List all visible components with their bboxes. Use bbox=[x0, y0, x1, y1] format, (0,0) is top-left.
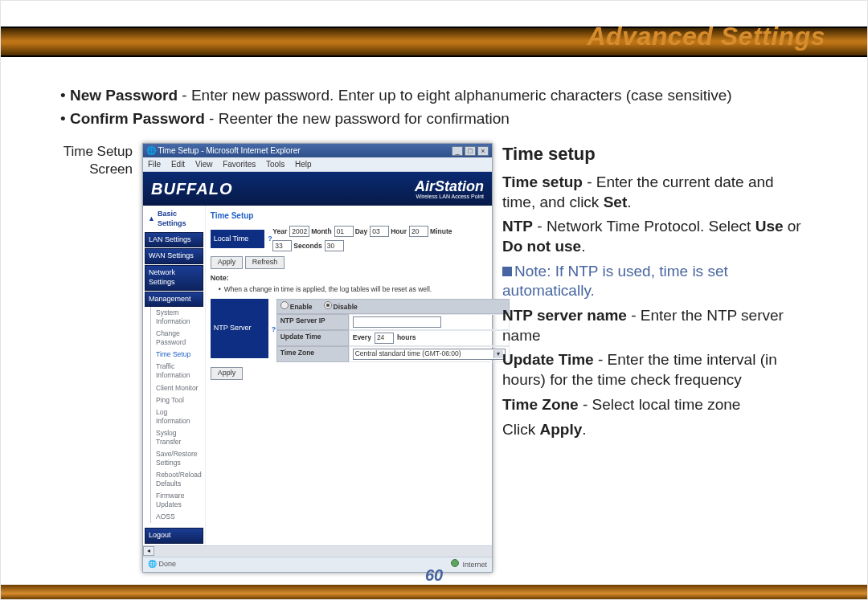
page-title: Advanced Settings bbox=[587, 22, 825, 51]
hour-input[interactable]: 20 bbox=[409, 226, 428, 237]
ntp-server-label: NTP Server bbox=[211, 299, 268, 358]
sidebar-sub-client-monitor[interactable]: Client Monitor bbox=[145, 382, 203, 394]
menu-help[interactable]: Help bbox=[295, 160, 312, 169]
note-text: When a change in time is applied, the lo… bbox=[219, 285, 510, 294]
day-input[interactable]: 03 bbox=[370, 226, 389, 237]
router-banner: BUFFALO AirStation Wireless LAN Access P… bbox=[143, 172, 492, 206]
menu-tools[interactable]: Tools bbox=[266, 160, 285, 169]
screenshot-ie-window: 🌐 Time Setup - Microsoft Internet Explor… bbox=[142, 143, 493, 572]
local-time-label: Local Time bbox=[211, 230, 265, 249]
manual-page: Advanced Settings New Password - Enter n… bbox=[0, 0, 868, 600]
every-label: Every bbox=[353, 333, 371, 342]
minute-input[interactable]: 33 bbox=[272, 240, 292, 251]
section-heading: Time Setup bbox=[211, 210, 510, 221]
seconds-input[interactable]: 30 bbox=[325, 240, 344, 251]
sidebar-sub-log[interactable]: Log Information bbox=[145, 406, 203, 427]
bullet-new-password: New Password - Enter new password. Enter… bbox=[60, 86, 808, 106]
menu-edit[interactable]: Edit bbox=[171, 160, 185, 169]
minimize-button[interactable]: _ bbox=[452, 146, 463, 156]
desc-ntp-server-name: NTP server name - Enter the NTP server n… bbox=[502, 306, 808, 345]
close-button[interactable]: × bbox=[477, 146, 489, 156]
label-confirm-password: Confirm Password bbox=[70, 110, 205, 127]
help-icon[interactable]: ? bbox=[264, 235, 272, 244]
ntp-ip-input[interactable] bbox=[353, 316, 441, 328]
menu-favorites[interactable]: Favorites bbox=[223, 160, 256, 169]
disable-radio[interactable] bbox=[324, 301, 332, 309]
desc-note: Note: If NTP is used, time is set automa… bbox=[502, 262, 808, 301]
desc-time-zone: Time Zone - Select local time zone bbox=[502, 395, 808, 415]
description-column: Time setup Time setup - Enter the curren… bbox=[502, 143, 808, 444]
text-new-password: - Enter new password. Enter up to eight … bbox=[178, 87, 732, 104]
year-input[interactable]: 2002 bbox=[289, 226, 309, 237]
sidebar-item-lan[interactable]: LAN Settings bbox=[145, 232, 203, 248]
footer-rule bbox=[1, 585, 867, 599]
sidebar-item-management[interactable]: Management bbox=[145, 292, 203, 308]
year-label: Year bbox=[272, 227, 287, 236]
minute-label: Minute bbox=[430, 227, 452, 236]
page-number: 60 bbox=[1, 566, 867, 585]
sidebar-sub-reboot[interactable]: Reboot/Reload Defaults bbox=[145, 469, 203, 490]
sidebar-sub-ping[interactable]: Ping Tool bbox=[145, 394, 203, 406]
label-new-password: New Password bbox=[70, 87, 178, 104]
hour-label: Hour bbox=[391, 227, 407, 236]
sidebar-sub-time-setup[interactable]: Time Setup bbox=[145, 349, 203, 361]
note-label: Note: bbox=[211, 274, 510, 284]
note-square-icon bbox=[502, 267, 512, 276]
text-confirm-password: - Reenter the new password for confirmat… bbox=[205, 110, 510, 127]
seconds-label: Seconds bbox=[293, 242, 321, 251]
scroll-left-icon[interactable]: ◂ bbox=[143, 546, 154, 556]
ie-menubar: File Edit View Favorites Tools Help bbox=[143, 157, 492, 172]
sidebar-sub-syslog[interactable]: Syslog Transfer bbox=[145, 427, 203, 448]
month-input[interactable]: 01 bbox=[334, 226, 354, 237]
screenshot-caption: Time Setup Screen bbox=[60, 143, 133, 178]
page-body: New Password - Enter new password. Enter… bbox=[60, 83, 808, 559]
menu-file[interactable]: File bbox=[148, 160, 161, 169]
desc-update-time: Update Time - Enter the time interval (i… bbox=[502, 350, 808, 390]
caption-line1: Time Setup bbox=[63, 144, 133, 159]
menu-view[interactable]: View bbox=[195, 160, 213, 169]
refresh-button[interactable]: Refresh bbox=[245, 256, 285, 269]
router-main: Time Setup Local Time ? Year 2002 Month … bbox=[206, 206, 514, 545]
desc-ntp: NTP - Network Time Protocol. Select Use … bbox=[502, 217, 808, 256]
router-sidebar: ▲ Basic Settings LAN Settings WAN Settin… bbox=[143, 206, 206, 545]
caption-line2: Screen bbox=[89, 161, 133, 177]
enable-radio[interactable] bbox=[280, 301, 289, 309]
apply-button-1[interactable]: Apply bbox=[211, 256, 244, 269]
help-icon-2[interactable]: ? bbox=[268, 299, 276, 362]
day-label: Day bbox=[355, 227, 368, 236]
desc-time-setup: Time setup - Enter the current date and … bbox=[502, 173, 808, 212]
sidebar-item-logout[interactable]: Logout bbox=[145, 528, 203, 544]
month-label: Month bbox=[311, 227, 332, 236]
update-hours-input[interactable]: 24 bbox=[375, 333, 394, 344]
ie-titlebar: 🌐 Time Setup - Microsoft Internet Explor… bbox=[143, 144, 492, 157]
update-time-label: Update Time bbox=[276, 330, 349, 346]
apply-button-2[interactable]: Apply bbox=[211, 367, 244, 380]
sidebar-sub-system-info[interactable]: System Information bbox=[145, 307, 203, 328]
hours-label: hours bbox=[397, 333, 416, 342]
sidebar-sub-save-restore[interactable]: Save/Restore Settings bbox=[145, 448, 203, 469]
chevron-down-icon: ▾ bbox=[493, 350, 503, 358]
sidebar-item-wan[interactable]: WAN Settings bbox=[145, 248, 203, 264]
sidebar-sub-firmware[interactable]: Firmware Updates bbox=[145, 490, 203, 511]
sidebar-item-basic[interactable]: ▲ Basic Settings bbox=[145, 207, 203, 231]
timezone-select[interactable]: Central standard time (GMT-06:00)▾ bbox=[353, 349, 506, 360]
password-bullets: New Password - Enter new password. Enter… bbox=[60, 86, 808, 129]
desc-click-apply: Click Apply. bbox=[502, 420, 808, 440]
buffalo-logo: BUFFALO bbox=[151, 178, 232, 199]
bullet-confirm-password: Confirm Password - Reenter the new passw… bbox=[60, 109, 808, 129]
sidebar-sub-aoss[interactable]: AOSS bbox=[145, 511, 203, 523]
sidebar-sub-traffic[interactable]: Traffic Information bbox=[145, 361, 203, 382]
horizontal-scrollbar[interactable]: ◂ bbox=[143, 545, 492, 557]
ntp-ip-label: NTP Server IP bbox=[276, 314, 349, 330]
sidebar-item-network[interactable]: Network Settings bbox=[145, 265, 203, 290]
ie-title: 🌐 Time Setup - Microsoft Internet Explor… bbox=[146, 145, 301, 156]
right-heading: Time setup bbox=[502, 143, 808, 166]
timezone-label: Time Zone bbox=[276, 346, 349, 362]
sidebar-sub-change-password[interactable]: Change Password bbox=[145, 328, 203, 349]
enable-disable-head: Enable Disable bbox=[276, 299, 510, 314]
maximize-button[interactable]: □ bbox=[465, 146, 476, 156]
airstation-logo: AirStation Wireless LAN Access Point bbox=[415, 179, 484, 199]
